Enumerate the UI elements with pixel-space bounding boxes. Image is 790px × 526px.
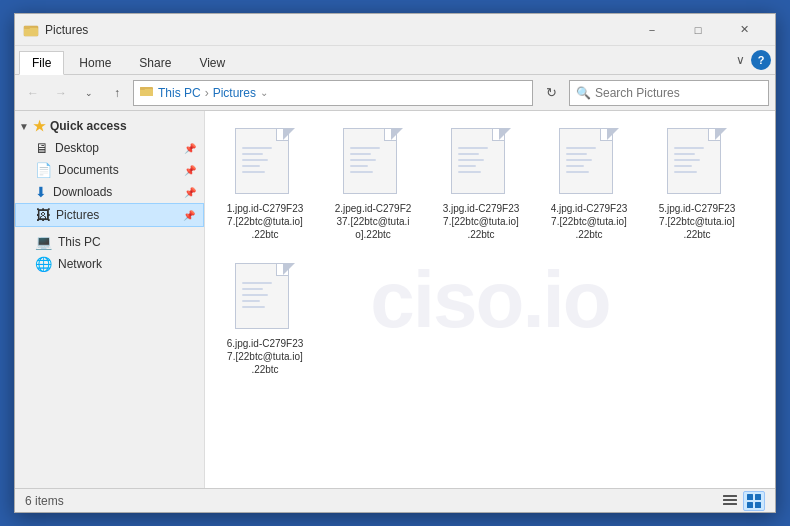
sidebar-item-pictures[interactable]: 🖼 Pictures 📌 bbox=[15, 203, 204, 227]
file-icon bbox=[235, 263, 295, 333]
svg-rect-9 bbox=[747, 494, 753, 500]
file-icon bbox=[559, 128, 619, 198]
address-path[interactable]: This PC › Pictures ⌄ bbox=[133, 80, 533, 106]
svg-rect-4 bbox=[140, 89, 153, 96]
status-bar: 6 items bbox=[15, 488, 775, 512]
desktop-icon: 🖥 bbox=[35, 140, 49, 156]
quick-access-header[interactable]: ▼ ★ Quick access bbox=[15, 115, 204, 137]
address-bar: ← → ⌄ ↑ This PC › Pictures ⌄ ↻ 🔍 bbox=[15, 75, 775, 111]
title-bar: Pictures − □ ✕ bbox=[15, 14, 775, 46]
downloads-icon: ⬇ bbox=[35, 184, 47, 200]
file-item[interactable]: 3.jpg.id-C279F237.[22btc@tuta.io].22btc bbox=[431, 121, 531, 248]
window-controls: − □ ✕ bbox=[629, 14, 767, 46]
file-icon bbox=[667, 128, 727, 198]
tab-share[interactable]: Share bbox=[126, 51, 184, 74]
sidebar-item-downloads[interactable]: ⬇ Downloads 📌 bbox=[15, 181, 204, 203]
sidebar-item-network[interactable]: 🌐 Network bbox=[15, 253, 204, 275]
network-icon: 🌐 bbox=[35, 256, 52, 272]
svg-rect-12 bbox=[755, 502, 761, 508]
file-name: 5.jpg.id-C279F237.[22btc@tuta.io].22btc bbox=[659, 202, 736, 241]
sidebar-item-network-label: Network bbox=[58, 257, 102, 271]
pin-icon-dl: 📌 bbox=[184, 187, 196, 198]
file-item[interactable]: 6.jpg.id-C279F237.[22btc@tuta.io].22btc bbox=[215, 256, 315, 383]
file-item[interactable]: 2.jpeg.id-C279F237.[22btc@tuta.io].22btc bbox=[323, 121, 423, 248]
item-count: 6 items bbox=[25, 494, 64, 508]
file-name: 1.jpg.id-C279F237.[22btc@tuta.io].22btc bbox=[227, 202, 304, 241]
grid-view-button[interactable] bbox=[743, 491, 765, 511]
window-title: Pictures bbox=[45, 23, 629, 37]
maximize-button[interactable]: □ bbox=[675, 14, 721, 46]
file-name: 3.jpg.id-C279F237.[22btc@tuta.io].22btc bbox=[443, 202, 520, 241]
file-icon bbox=[451, 128, 511, 198]
pin-icon: 📌 bbox=[184, 143, 196, 154]
tab-file[interactable]: File bbox=[19, 51, 64, 75]
file-name: 4.jpg.id-C279F237.[22btc@tuta.io].22btc bbox=[551, 202, 628, 241]
documents-icon: 📄 bbox=[35, 162, 52, 178]
tab-home[interactable]: Home bbox=[66, 51, 124, 74]
quick-access-label: Quick access bbox=[50, 119, 127, 133]
files-grid: 1.jpg.id-C279F237.[22btc@tuta.io].22btc … bbox=[215, 121, 765, 383]
star-icon: ★ bbox=[33, 118, 46, 134]
search-box[interactable]: 🔍 bbox=[569, 80, 769, 106]
content-area: cis­o.io 1.jpg.id-C279F237.[22btc@tuta.i… bbox=[205, 111, 775, 488]
sidebar-item-this-pc[interactable]: 💻 This PC bbox=[15, 231, 204, 253]
file-item[interactable]: 5.jpg.id-C279F237.[22btc@tuta.io].22btc bbox=[647, 121, 747, 248]
file-explorer-window: Pictures − □ ✕ File Home Share View ∨ ? … bbox=[14, 13, 776, 513]
svg-rect-11 bbox=[747, 502, 753, 508]
list-view-button[interactable] bbox=[719, 491, 741, 511]
recent-locations-button[interactable]: ⌄ bbox=[77, 81, 101, 105]
sidebar-item-documents-label: Documents bbox=[58, 163, 119, 177]
sidebar-item-pictures-label: Pictures bbox=[56, 208, 99, 222]
search-input[interactable] bbox=[595, 86, 762, 100]
sidebar-item-documents[interactable]: 📄 Documents 📌 bbox=[15, 159, 204, 181]
svg-rect-6 bbox=[723, 495, 737, 497]
ribbon-chevron[interactable]: ∨ bbox=[736, 53, 745, 67]
svg-rect-8 bbox=[723, 503, 737, 505]
pictures-icon: 🖼 bbox=[36, 207, 50, 223]
up-button[interactable]: ↑ bbox=[105, 81, 129, 105]
view-controls bbox=[719, 491, 765, 511]
back-button[interactable]: ← bbox=[21, 81, 45, 105]
file-icon bbox=[235, 128, 295, 198]
forward-button[interactable]: → bbox=[49, 81, 73, 105]
path-pictures[interactable]: Pictures bbox=[213, 86, 256, 100]
file-item[interactable]: 4.jpg.id-C279F237.[22btc@tuta.io].22btc bbox=[539, 121, 639, 248]
svg-rect-1 bbox=[24, 28, 38, 36]
refresh-button[interactable]: ↻ bbox=[537, 80, 565, 106]
help-button[interactable]: ? bbox=[751, 50, 771, 70]
sidebar-item-desktop-label: Desktop bbox=[55, 141, 99, 155]
svg-rect-5 bbox=[140, 87, 145, 90]
svg-rect-10 bbox=[755, 494, 761, 500]
file-name: 6.jpg.id-C279F237.[22btc@tuta.io].22btc bbox=[227, 337, 304, 376]
file-item[interactable]: 1.jpg.id-C279F237.[22btc@tuta.io].22btc bbox=[215, 121, 315, 248]
quick-access-section: ▼ ★ Quick access 🖥 Desktop 📌 📄 Documents… bbox=[15, 115, 204, 227]
file-name: 2.jpeg.id-C279F237.[22btc@tuta.io].22btc bbox=[335, 202, 412, 241]
sidebar-item-downloads-label: Downloads bbox=[53, 185, 112, 199]
sidebar-item-desktop[interactable]: 🖥 Desktop 📌 bbox=[15, 137, 204, 159]
svg-rect-2 bbox=[24, 26, 30, 29]
ribbon-tabs: File Home Share View ∨ ? bbox=[15, 46, 775, 74]
this-pc-section: 💻 This PC 🌐 Network bbox=[15, 231, 204, 275]
window-icon bbox=[23, 22, 39, 38]
computer-icon: 💻 bbox=[35, 234, 52, 250]
svg-rect-7 bbox=[723, 499, 737, 501]
close-button[interactable]: ✕ bbox=[721, 14, 767, 46]
file-icon bbox=[343, 128, 403, 198]
search-icon: 🔍 bbox=[576, 86, 591, 100]
main-area: ▼ ★ Quick access 🖥 Desktop 📌 📄 Documents… bbox=[15, 111, 775, 488]
sidebar: ▼ ★ Quick access 🖥 Desktop 📌 📄 Documents… bbox=[15, 111, 205, 488]
minimize-button[interactable]: − bbox=[629, 14, 675, 46]
path-this-pc[interactable]: This PC bbox=[158, 86, 201, 100]
chevron-icon: ▼ bbox=[19, 121, 29, 132]
sidebar-item-this-pc-label: This PC bbox=[58, 235, 101, 249]
tab-view[interactable]: View bbox=[186, 51, 238, 74]
pin-icon-docs: 📌 bbox=[184, 165, 196, 176]
path-icon bbox=[140, 84, 154, 101]
ribbon: File Home Share View ∨ ? bbox=[15, 46, 775, 75]
pin-icon-pic: 📌 bbox=[183, 210, 195, 221]
